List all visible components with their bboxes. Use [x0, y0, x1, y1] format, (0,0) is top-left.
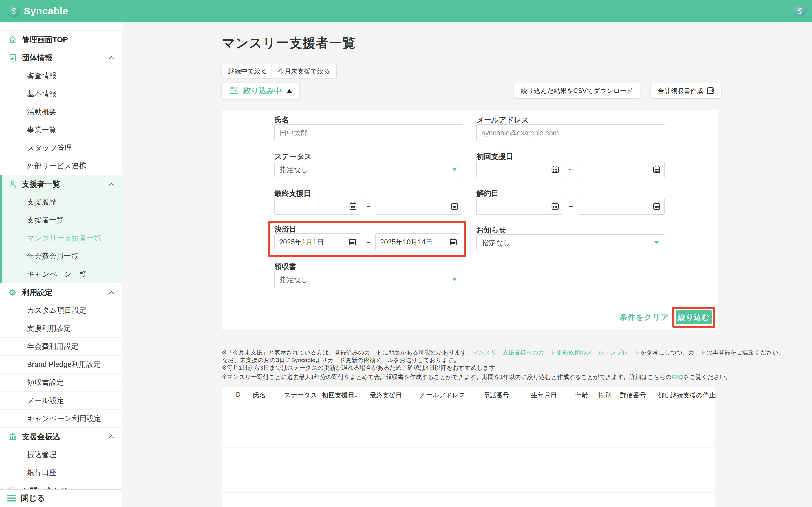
sidebar-item-label: 支援者一覧: [22, 179, 60, 189]
calendar-icon: [652, 202, 661, 210]
submit-filter-button[interactable]: 絞り込む: [676, 310, 712, 324]
sidebar-item-receipt-settings[interactable]: 領収書設定: [0, 374, 121, 392]
name-input[interactable]: 田中太郎: [274, 124, 463, 141]
sidebar-item-bank-account[interactable]: 銀行口座: [0, 464, 121, 482]
calendar-icon: [348, 238, 357, 246]
gear-icon: [8, 288, 17, 297]
faq-link[interactable]: FAQ: [672, 374, 684, 380]
page-title: マンスリー支援者一覧: [222, 35, 355, 52]
sidebar-item-review-info[interactable]: 審査情報: [0, 67, 121, 85]
range-separator: ~: [366, 238, 370, 247]
table-row: [222, 470, 715, 493]
total-receipt-button[interactable]: 合計領収書作成: [651, 83, 721, 98]
col-header-age[interactable]: 年齢: [575, 391, 588, 400]
col-header-last-support-date[interactable]: 最終支援日: [370, 391, 402, 400]
sidebar-close-button[interactable]: 閉じる: [0, 489, 122, 507]
close-label: 閉じる: [21, 493, 45, 504]
chevron-up-icon: [109, 182, 114, 186]
last-date-to-input[interactable]: [376, 198, 462, 215]
sidebar-item-support-usage[interactable]: 支援利用設定: [0, 320, 121, 338]
cancel-date-to-input[interactable]: [578, 198, 664, 215]
sidebar-item-monthly-supporters[interactable]: マンスリー支援者一覧: [0, 229, 121, 247]
sidebar: 管理画面TOP 団体情報 審査情報 基本情報 活動概要 事業一覧 スタッフ管理 …: [0, 22, 122, 507]
sidebar-item-usage-settings[interactable]: 利用設定: [0, 283, 121, 301]
notice-select[interactable]: 指定なし: [476, 234, 665, 251]
col-header-zipcode[interactable]: 郵便番号: [620, 391, 646, 400]
col-header-birthdate[interactable]: 生年月日: [531, 391, 557, 400]
col-header-status[interactable]: ステータス: [284, 391, 317, 400]
clear-filters-link[interactable]: 条件をクリア: [620, 312, 669, 322]
panel-divider: [222, 305, 717, 305]
payment-date-to-input[interactable]: 2025年10月14日: [375, 233, 461, 250]
sidebar-item-support-history[interactable]: 支援履歴: [0, 193, 121, 211]
sidebar-item-label: キャンペーン利用設定: [27, 414, 101, 424]
sidebar-item-activity-overview[interactable]: 活動概要: [0, 103, 121, 121]
sidebar-item-label: 銀行口座: [27, 468, 56, 478]
status-value: 指定なし: [280, 165, 308, 174]
sidebar-item-brand-pledge-usage[interactable]: Brand Pledge利用設定: [0, 355, 121, 374]
col-header-gender[interactable]: 性別: [598, 391, 612, 400]
note-line-3: ※毎月1日から3日まではステータスの更新が遅れる場合があるため、確認は4日以降を…: [222, 364, 727, 372]
cancel-date-from-input[interactable]: [476, 198, 563, 215]
sidebar-item-campaign-list[interactable]: キャンペーン一覧: [0, 265, 121, 283]
filter-toggle-button[interactable]: 絞り込み中: [222, 83, 299, 99]
sidebar-item-mail-settings[interactable]: メール設定: [0, 392, 121, 410]
status-select[interactable]: 指定なし: [274, 161, 463, 178]
receipt-value: 指定なし: [280, 275, 308, 284]
sidebar-item-custom-fields[interactable]: カスタム項目設定: [0, 301, 121, 320]
sliders-icon: [229, 87, 238, 95]
sidebar-item-label: キャンペーン一覧: [27, 269, 86, 279]
dropdown-caret-icon: [452, 278, 457, 281]
col-header-name[interactable]: 氏名: [253, 391, 266, 400]
note-text: ※マンスリー寄付ごとに過去最大1年分の寄付をまとめて合計領収書を作成することがで…: [222, 374, 672, 380]
person-icon: [8, 179, 17, 189]
sidebar-item-label: 管理画面TOP: [22, 35, 68, 45]
sidebar-item-org-info[interactable]: 団体情報: [0, 49, 121, 67]
total-receipt-label: 合計領収書作成: [658, 87, 703, 95]
status-label: ステータス: [274, 152, 311, 162]
first-date-from-input[interactable]: [476, 161, 563, 178]
sidebar-item-staff-management[interactable]: スタッフ管理: [0, 139, 121, 157]
col-header-prefecture-truncated[interactable]: 都道: [658, 391, 668, 400]
csv-download-button[interactable]: 絞り込んだ結果をCSVでダウンロード: [514, 83, 640, 98]
sidebar-item-admin-top[interactable]: 管理画面TOP: [0, 31, 121, 49]
col-header-email[interactable]: メールアドレス: [419, 391, 465, 400]
sidebar-item-basic-info[interactable]: 基本情報: [0, 85, 121, 103]
email-input[interactable]: syncable@example.com: [476, 124, 665, 141]
col-header-id[interactable]: ID: [234, 391, 240, 398]
dropdown-caret-icon: [452, 168, 457, 171]
range-separator: ~: [569, 166, 573, 174]
user-avatar[interactable]: S: [793, 5, 806, 17]
sidebar-item-transfer-management[interactable]: 振込管理: [0, 446, 121, 464]
sidebar-item-campaign-usage[interactable]: キャンペーン利用設定: [0, 410, 121, 428]
col-header-phone[interactable]: 電話番号: [483, 391, 509, 400]
sidebar-item-label: 振込管理: [27, 450, 56, 460]
mail-template-link[interactable]: マンスリー支援者様へのカード更新依頼のメールテンプレート: [472, 349, 640, 355]
sidebar-item-annual-members[interactable]: 年会費会員一覧: [0, 247, 121, 265]
sidebar-item-annual-fee-usage[interactable]: 年会費利用設定: [0, 338, 121, 355]
sidebar-item-label: スタッフ管理: [27, 143, 72, 153]
sidebar-item-transfer-section[interactable]: 支援金振込: [0, 428, 121, 446]
payment-date-from-input[interactable]: 2025年1月1日: [274, 233, 360, 250]
last-date-from-input[interactable]: [274, 198, 361, 215]
sidebar-item-supporter-list[interactable]: 支援者一覧: [0, 211, 121, 229]
sidebar-group-supporters: 支援者一覧 支援履歴 支援者一覧 マンスリー支援者一覧 年会費会員一覧 キャンペ…: [0, 175, 121, 283]
supporters-table: ID 氏名 ステータス 初回支援日↓ 最終支援日 メールアドレス 電話番号 生年…: [222, 387, 715, 507]
sidebar-item-business-list[interactable]: 事業一覧: [0, 121, 121, 139]
col-header-stop-recurring[interactable]: 継続支援の停止: [670, 391, 716, 400]
col-header-first-support-date-sorted[interactable]: 初回支援日↓: [322, 391, 358, 400]
sidebar-item-label: 外部サービス連携: [27, 161, 86, 171]
sidebar-menu: 管理画面TOP 団体情報 審査情報 基本情報 活動概要 事業一覧 スタッフ管理 …: [0, 31, 121, 500]
receipt-select[interactable]: 指定なし: [274, 271, 463, 288]
first-date-to-input[interactable]: [578, 161, 664, 178]
cancel-date-label: 解約日: [476, 188, 499, 198]
sidebar-item-supporters-section[interactable]: 支援者一覧: [0, 175, 121, 193]
filter-panel: 氏名 田中太郎 メールアドレス syncable@example.com ステー…: [222, 110, 717, 330]
filter-unsupported-chip-button[interactable]: 今月未支援で絞る: [272, 64, 336, 78]
notice-label: お知らせ: [476, 225, 506, 235]
sidebar-item-label: 支援利用設定: [27, 324, 71, 333]
top-actions: 絞り込んだ結果をCSVでダウンロード 合計領収書作成: [548, 83, 721, 98]
sidebar-item-external-services[interactable]: 外部サービス連携: [0, 157, 121, 175]
sidebar-item-label: 利用設定: [22, 287, 52, 297]
filter-active-chip-button[interactable]: 継続中で絞る: [222, 64, 274, 78]
